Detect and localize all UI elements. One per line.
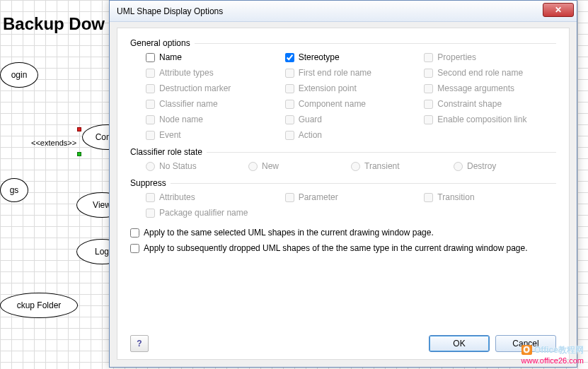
group-title: General options [130,38,190,48]
radio-nostatus-input [146,162,155,171]
option-label: Destruction marker [159,83,231,93]
option-extension: Extension point [285,83,417,93]
suppress-pkg_qual: Package qualifier name [146,208,278,218]
option-label: Attribute types [159,68,214,78]
option-attr_types: Attribute types [146,68,278,78]
shape-backup-folder[interactable]: ckup Folder [0,293,78,318]
suppress-label: Parameter [299,192,338,202]
group-general: General options NameStereotypeProperties… [130,38,556,140]
shape-label: gs [10,185,19,195]
option-label: Event [159,130,181,140]
radio-new: New [248,161,351,171]
option-second_end: Second end role name [424,68,556,78]
apply-same-checkbox[interactable]: Apply to the same selected UML shapes in… [130,228,556,238]
shape-login[interactable]: ogin [0,62,38,88]
option-properties-input [424,53,433,62]
close-icon: ✕ [555,6,562,14]
group-label-classifier: Classifier role state [130,147,556,157]
option-enable_comp: Enable composition link [424,115,556,124]
option-enable_comp-input [424,115,433,124]
option-label: Action [299,130,322,140]
option-properties: Properties [424,52,556,62]
watermark-brand: Office教程网 [534,345,584,355]
ok-label: OK [453,339,465,348]
option-attr_types-input [146,69,155,78]
option-name[interactable]: Name [146,52,278,62]
radio-label: New [262,161,279,171]
suppress-parameter-input [285,193,294,202]
suppress-parameter: Parameter [285,192,417,202]
option-second_end-input [424,69,433,78]
radio-label: Destroy [467,161,496,171]
shape-label: Log [95,247,109,257]
selection-handle[interactable] [77,152,81,156]
option-node_name-input [146,115,155,124]
option-guard: Guard [285,115,417,124]
dialog-footer: ? OK Cancel [130,335,556,352]
selection-handle[interactable] [77,127,81,131]
option-name-input[interactable] [146,53,155,62]
option-label: Extension point [299,83,357,93]
option-stereotype-input[interactable] [285,53,294,62]
help-button[interactable]: ? [130,335,149,352]
option-constraint-input [424,100,433,109]
suppress-attributes-input [146,193,155,202]
dialog-body: General options NameStereotypeProperties… [117,28,570,360]
ok-button[interactable]: OK [429,335,490,352]
option-label: First end role name [299,68,371,78]
classifier-options-row: No StatusNewTransientDestroy [130,161,556,171]
stereotype-label: <<extends>> [31,139,76,147]
option-component: Component name [285,99,417,109]
option-stereotype[interactable]: Stereotype [285,52,417,62]
option-label: Node name [159,115,203,124]
option-destruction: Destruction marker [146,83,278,93]
shape-label: ckup Folder [17,300,62,310]
shape-label: ogin [11,70,28,80]
group-label-suppress: Suppress [130,178,556,188]
option-event: Event [146,130,278,140]
option-label: Component name [299,99,366,109]
suppress-transition-input [424,193,433,202]
option-action-input [285,131,294,140]
option-constraint: Constraint shape [424,99,556,109]
close-button[interactable]: ✕ [543,3,574,17]
suppress-pkg_qual-input [146,209,155,218]
option-classifier_name: Classifier name [146,99,278,109]
option-destruction-input [146,84,155,93]
group-title: Suppress [130,178,166,188]
radio-nostatus: No Status [146,161,248,171]
option-extension-input [285,84,294,93]
option-node_name: Node name [146,115,278,124]
general-options-grid: NameStereotypePropertiesAttribute typesF… [130,52,556,140]
option-message_args-input [424,84,433,93]
group-classifier: Classifier role state No StatusNewTransi… [130,147,556,171]
option-label: Message arguments [437,83,514,93]
radio-transient-input [351,162,360,171]
option-label: Classifier name [159,99,218,109]
suppress-attributes: Attributes [146,192,278,202]
radio-destroy-input [454,162,463,171]
option-label: Enable composition link [437,115,526,124]
watermark: OOffice教程网 www.office26.com [521,344,584,365]
option-label: Name [159,52,182,62]
diagram-title: Backup Dow [3,14,105,34]
dialog-titlebar[interactable]: UML Shape Display Options ✕ [110,1,577,22]
apply-options: Apply to the same selected UML shapes in… [130,228,556,253]
option-classifier_name-input [146,100,155,109]
watermark-icon: O [521,345,532,355]
watermark-url: www.office26.com [521,356,584,365]
option-component-input [285,100,294,109]
suppress-options-grid: AttributesParameterTransitionPackage qua… [130,192,556,218]
radio-new-input [248,162,258,171]
option-label: Constraint shape [437,99,502,109]
suppress-label: Package qualifier name [159,208,248,218]
dialog-title: UML Shape Display Options [117,6,223,16]
apply-subsequent-input[interactable] [130,244,139,253]
apply-same-input[interactable] [130,228,139,238]
apply-subsequent-checkbox[interactable]: Apply to subsequently dropped UML shapes… [130,243,556,253]
option-first_end-input [285,69,294,78]
radio-destroy: Destroy [454,161,556,171]
shape-gs[interactable]: gs [0,178,28,202]
option-first_end: First end role name [285,68,417,78]
group-suppress: Suppress AttributesParameterTransitionPa… [130,178,556,218]
